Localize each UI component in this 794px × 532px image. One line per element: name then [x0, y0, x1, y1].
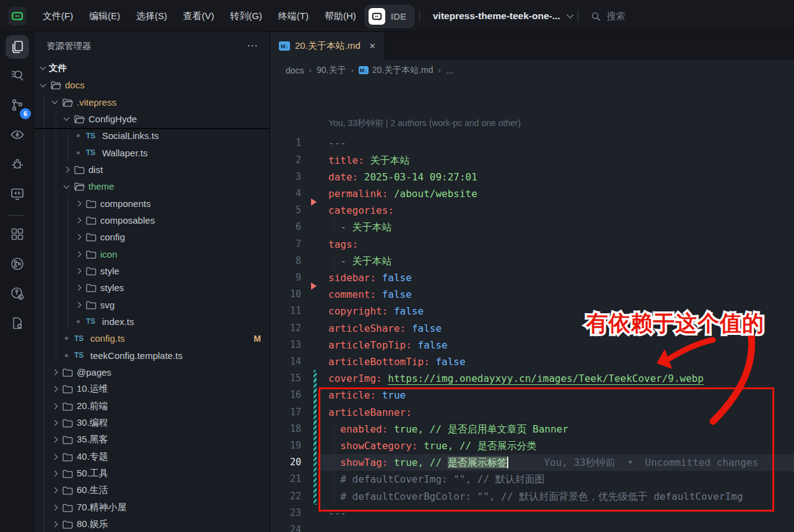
- line-number: 10: [270, 286, 301, 303]
- tree-item-label: ConfigHyde: [88, 114, 137, 124]
- git-graph-icon[interactable]: [0, 250, 34, 280]
- code-line[interactable]: 22 # defaultCoverBgColor: "", // 默认封面背景色…: [270, 488, 794, 505]
- file-dot-icon: [77, 151, 80, 154]
- tree-item-.vitepress[interactable]: .vitepress: [34, 93, 270, 110]
- tree-item-label: 35.黑客: [77, 434, 108, 445]
- code-line[interactable]: 7tags:: [270, 236, 794, 253]
- tree-item-style[interactable]: style: [34, 263, 270, 279]
- code-line[interactable]: 21 # defaultCoverImg: "", // 默认封面图: [270, 471, 794, 488]
- search-placeholder: 搜索: [607, 11, 625, 22]
- search-icon[interactable]: [0, 62, 34, 91]
- code-token: false: [382, 272, 412, 284]
- code-line[interactable]: 9sidebar: false: [270, 269, 794, 286]
- code-line[interactable]: 24: [270, 521, 794, 532]
- code-line[interactable]: 18 enabled: true, // 是否启用单文章页 Banner: [270, 421, 794, 437]
- tree-item-@pages[interactable]: @pages: [34, 364, 270, 381]
- tree-item-30.编程[interactable]: 30.编程: [34, 415, 270, 431]
- breadcrumb-item[interactable]: docs: [286, 65, 304, 75]
- tree-item-teekConfig.template.ts[interactable]: TSteekConfig.template.ts: [34, 347, 270, 364]
- tree-item-label: 80.娱乐: [77, 518, 108, 530]
- bug-icon[interactable]: [0, 151, 34, 180]
- tree-item-config[interactable]: config: [34, 229, 270, 245]
- tree-item-icon[interactable]: icon: [34, 245, 270, 262]
- close-icon[interactable]: ✕: [369, 41, 376, 51]
- tree-item-SocialLinks.ts[interactable]: TSSocialLinks.ts: [34, 127, 270, 144]
- code-line[interactable]: 14articleBottomTip: false: [270, 353, 794, 370]
- tree-item-composables[interactable]: composables: [34, 212, 270, 229]
- tree-item-50.工具[interactable]: 50.工具: [34, 465, 270, 482]
- tree-item-theme[interactable]: theme: [34, 178, 270, 195]
- project-selector[interactable]: vitepress-theme-teek-one-...: [433, 0, 573, 32]
- global-search[interactable]: 搜索: [591, 0, 625, 32]
- tree-item-40.专题[interactable]: 40.专题: [34, 449, 270, 465]
- tree-item-dist[interactable]: dist: [34, 161, 270, 178]
- code-line-text: showCategory: true, // 是否展示分类: [328, 437, 537, 454]
- code-line[interactable]: 15coverImg: https://img.onedayxyy.cn/ima…: [270, 370, 794, 387]
- tree-item-config.ts[interactable]: TSconfig.tsM: [34, 330, 270, 347]
- chevron-right-icon: [52, 420, 58, 426]
- code-line[interactable]: 23---: [270, 505, 794, 521]
- code-line[interactable]: 3date: 2025-03-14 09:27:01: [270, 169, 794, 185]
- tree-item-35.黑客[interactable]: 35.黑客: [34, 431, 270, 448]
- menu-item[interactable]: 查看(V): [175, 0, 222, 32]
- apps-grid-icon[interactable]: [0, 221, 34, 250]
- menu-item[interactable]: 转到(G): [222, 0, 270, 32]
- menu-item[interactable]: 帮助(H): [317, 0, 364, 32]
- chevron-right-icon: [64, 166, 70, 172]
- explorer-section-files[interactable]: 文件: [34, 59, 270, 77]
- code-line[interactable]: 20 showTag: true, // 是否展示标签 You, 33秒钟前 •…: [270, 454, 794, 471]
- ide-badge[interactable]: IDE: [365, 5, 414, 28]
- line-number: 20: [270, 454, 301, 471]
- code-line[interactable]: 12articleShare: false: [270, 320, 794, 337]
- tab-active-file[interactable]: M↓ 20.关于本站.md ✕: [270, 32, 385, 60]
- tree-item-index.ts[interactable]: TSindex.ts: [34, 313, 270, 330]
- eye-icon[interactable]: [0, 121, 34, 151]
- tree-item-20.前端[interactable]: 20.前端: [34, 398, 270, 415]
- tree-item-ConfigHyde[interactable]: ConfigHyde: [34, 111, 270, 127]
- code-line[interactable]: 8 - 关于本站: [270, 253, 794, 269]
- tree-item-10.运维[interactable]: 10.运维: [34, 381, 270, 397]
- code-token: 是否展示标签: [448, 457, 507, 468]
- code-line-text: articleTopTip: false: [328, 337, 448, 353]
- code-line[interactable]: 5categories:: [270, 202, 794, 219]
- gitlens-icon[interactable]: [0, 280, 34, 310]
- tree-item-70.精神小屋[interactable]: 70.精神小屋: [34, 499, 270, 516]
- typescript-file-icon: TS: [86, 132, 98, 140]
- tree-indent-guide: [56, 111, 56, 364]
- code-line[interactable]: 10comment: false: [270, 286, 794, 303]
- code-line[interactable]: 6 - 关于本站: [270, 219, 794, 235]
- menu-item[interactable]: 选择(S): [128, 0, 175, 32]
- live-preview-icon[interactable]: [0, 180, 34, 210]
- tree-item-60.生活[interactable]: 60.生活: [34, 482, 270, 499]
- menu-item[interactable]: 终端(T): [270, 0, 317, 32]
- code-token: true, // 是否启用单文章页 Banner: [394, 423, 568, 435]
- tree-item-80.娱乐[interactable]: 80.娱乐: [34, 516, 270, 532]
- code-line[interactable]: 19 showCategory: true, // 是否展示分类: [270, 437, 794, 454]
- code-line[interactable]: 17articleBanner:: [270, 404, 794, 421]
- tree-item-styles[interactable]: styles: [34, 279, 270, 296]
- more-actions-icon[interactable]: ⋯: [247, 39, 258, 53]
- tree-item-docs[interactable]: docs: [34, 77, 270, 93]
- tree-item-svg[interactable]: svg: [34, 296, 270, 313]
- tree-item-Wallaper.ts[interactable]: TSWallaper.ts: [34, 144, 270, 161]
- code-line[interactable]: 16article: true: [270, 387, 794, 403]
- tree-item-components[interactable]: components: [34, 195, 270, 211]
- code-line[interactable]: 2title: 关于本站: [270, 152, 794, 169]
- menu-item[interactable]: 文件(F): [35, 0, 81, 32]
- source-control-icon[interactable]: 6: [0, 91, 34, 121]
- code-editor[interactable]: You, 33秒钟前 | 2 authors (work-pc and one …: [270, 80, 794, 532]
- chevron-right-icon: [52, 471, 58, 477]
- code-token: copyright:: [328, 305, 388, 317]
- code-line[interactable]: 4permalink: /about/website: [270, 185, 794, 202]
- settings-file-icon[interactable]: [0, 310, 34, 339]
- menu-item[interactable]: 编辑(E): [81, 0, 128, 32]
- chevron-right-icon: [52, 504, 58, 510]
- code-line[interactable]: 11copyright: false: [270, 303, 794, 319]
- code-line-text: - 关于本站: [328, 253, 392, 269]
- code-line[interactable]: 1---: [270, 135, 794, 151]
- files-icon[interactable]: [0, 32, 34, 62]
- code-line[interactable]: 13articleTopTip: false: [270, 337, 794, 353]
- breadcrumb-item[interactable]: M↓20.关于本站.md: [359, 65, 433, 76]
- breadcrumb-item[interactable]: ...: [446, 65, 453, 75]
- breadcrumb-item[interactable]: 90.关于: [317, 65, 346, 76]
